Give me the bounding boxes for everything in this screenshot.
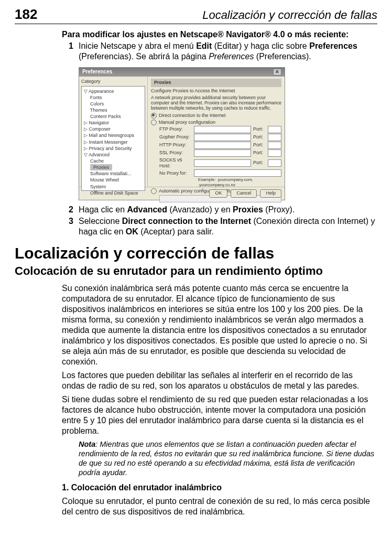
step-text: Inicie Netscape y abra el menú Edit (Edi… [79,41,377,62]
step-text: Seleccione Direct connection to the Inte… [79,216,377,237]
numbered-subheading: 1. Colocación del enrutador inalámbrico [62,482,377,493]
radio-auto [151,188,157,194]
body-paragraph: Coloque su enrutador, el punto central d… [62,496,377,517]
panel-subtitle: Configure Proxies to Access the Internet [151,88,281,94]
panel-title: Proxies [151,79,281,87]
category-tree: ▽ Appearance Fonts Colors Themes Content… [81,86,145,191]
example-text: Example: .yourcompany.com, .yourcompany.… [151,177,281,188]
step-number: 1 [62,41,73,62]
preferences-dialog-screenshot: Preferences ✕ Category ▽ Appearance Font… [79,67,285,200]
step-number: 3 [62,216,73,237]
running-title: Localización y corrección de fallas [46,8,377,22]
page-number: 182 [15,6,37,23]
step-number: 2 [62,205,73,215]
close-icon: ✕ [273,69,281,76]
section-heading: Localización y corrección de fallas [15,244,377,262]
panel-description: A network proxy provides additional secu… [151,95,281,111]
ok-button: OK [209,189,227,197]
note-text: : Mientras que unos elementos que se lis… [79,440,374,477]
subsection-heading: Colocación de su enrutador para un rendi… [15,264,377,278]
radio-direct [151,113,157,119]
header-rule [15,24,377,24]
tree-selected-proxies: Proxies [90,164,112,170]
cancel-button: Cancel [231,189,257,197]
help-button: Help [260,189,281,197]
category-label: Category [81,79,145,84]
body-paragraph: Si tiene dudas sobre el rendimiento de s… [62,394,377,436]
radio-manual [151,120,157,125]
intro-heading: Para modificar los ajustes en Netscape® … [62,29,377,40]
dialog-title: Preferences [82,69,112,76]
step-text: Haga clic en Advanced (Avanzado) y en Pr… [79,205,377,215]
note-label: Nota [79,440,95,448]
note-block: Nota: Mientras que unos elementos que se… [79,439,377,478]
body-paragraph: Su conexión inalámbrica será más potente… [62,283,377,367]
body-paragraph: Los factores que pueden debilitar las se… [62,370,377,391]
